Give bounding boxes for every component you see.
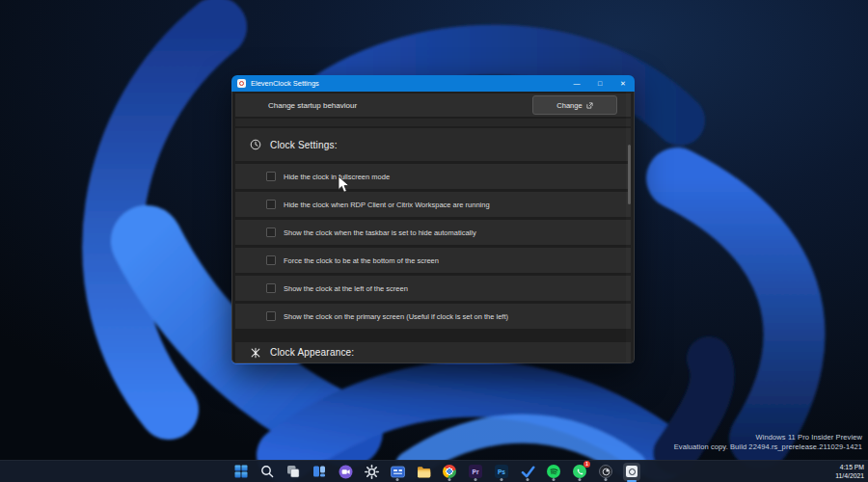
- task-view-icon: [286, 465, 300, 478]
- change-startup-button[interactable]: Change: [532, 95, 617, 115]
- option-hide-rdp-citrix[interactable]: Hide the clock when RDP Client or Citrix…: [235, 192, 631, 217]
- option-label: Show the clock when the taskbar is set t…: [284, 228, 476, 237]
- whatsapp-button[interactable]: 1: [571, 461, 588, 482]
- taskbar: Pr Ps: [0, 460, 868, 482]
- change-button-label: Change: [556, 101, 582, 110]
- scrollbar-thumb[interactable]: [628, 145, 631, 204]
- watermark-line2: Evaluation copy. Build 22494.rs_prerelea…: [674, 442, 862, 452]
- taskbar-icon-group: Pr Ps: [232, 461, 640, 482]
- photoshop-button[interactable]: Ps: [493, 461, 510, 482]
- checkbox[interactable]: [266, 311, 276, 321]
- option-primary-screen[interactable]: Show the clock on the primary screen (Us…: [235, 304, 631, 329]
- mouse-cursor: [338, 175, 350, 194]
- gear-icon: [365, 465, 379, 479]
- elevenclock-app-icon: [237, 79, 246, 88]
- close-button[interactable]: ✕: [611, 75, 635, 92]
- windows-start-icon: [234, 465, 248, 478]
- window-title: ElevenClock Settings: [251, 79, 319, 88]
- elevenclock-icon: [626, 466, 637, 477]
- startup-behaviour-label: Change startup behaviour: [268, 101, 357, 110]
- clock-settings-title: Clock Settings:: [270, 140, 338, 150]
- window-controls: — □ ✕: [565, 75, 635, 92]
- whatsapp-notification-badge: 1: [583, 461, 590, 468]
- spotify-icon: [547, 465, 560, 478]
- option-force-bottom[interactable]: Force the clock to be at the bottom of t…: [235, 248, 631, 273]
- external-link-icon: [586, 102, 593, 109]
- chrome-button[interactable]: [441, 461, 458, 482]
- paintbrush-icon: [250, 347, 261, 359]
- previous-section-edge: [235, 119, 631, 126]
- video-camera-icon: [339, 465, 353, 479]
- checkbox[interactable]: [266, 200, 276, 209]
- option-label: Hide the clock when RDP Client or Citrix…: [284, 201, 490, 209]
- clock-icon: [250, 139, 261, 150]
- watermark-line1: Windows 11 Pro Insider Preview: [674, 433, 862, 442]
- settings-button[interactable]: [363, 461, 380, 482]
- minimize-button[interactable]: —: [565, 75, 588, 92]
- insider-watermark: Windows 11 Pro Insider Preview Evaluatio…: [674, 433, 862, 452]
- taskbar-clock[interactable]: 4:15 PM 11/4/2021: [835, 463, 864, 480]
- task-view-button[interactable]: [285, 461, 302, 482]
- startup-behaviour-row: Change startup behaviour Change: [235, 94, 631, 117]
- option-show-autohide[interactable]: Show the clock when the taskbar is set t…: [235, 220, 631, 245]
- chrome-icon: [443, 465, 456, 478]
- widgets-icon: [312, 465, 326, 478]
- active-window-indicator: [627, 480, 637, 482]
- elevenclock-taskbar-button[interactable]: [623, 463, 640, 481]
- checkbox[interactable]: [266, 228, 276, 237]
- checkmark-icon: [521, 465, 535, 479]
- search-button[interactable]: [258, 461, 276, 482]
- elevenclock-settings-window: ElevenClock Settings — □ ✕ Change startu…: [231, 75, 635, 364]
- maximize-button[interactable]: □: [588, 75, 611, 92]
- window-titlebar[interactable]: ElevenClock Settings — □ ✕: [231, 75, 635, 92]
- clock-appearance-title: Clock Appearance:: [270, 347, 354, 358]
- option-show-left[interactable]: Show the clock at the left of the screen: [235, 276, 631, 301]
- checkbox[interactable]: [266, 172, 276, 181]
- start-button[interactable]: [232, 461, 250, 482]
- search-icon: [260, 465, 274, 478]
- video-call-app-button[interactable]: [337, 461, 354, 482]
- option-label: Show the clock at the left of the screen: [284, 284, 408, 293]
- clock-time: 4:15 PM: [835, 463, 864, 471]
- clock-appearance-header: Clock Appearance:: [235, 342, 631, 363]
- option-label: Force the clock to be at the bottom of t…: [284, 256, 439, 265]
- premiere-pro-icon: Pr: [469, 465, 482, 478]
- widgets-button[interactable]: [311, 461, 328, 482]
- file-explorer-button[interactable]: [415, 461, 432, 482]
- clock-settings-header: Clock Settings:: [235, 128, 631, 161]
- window-content: Change startup behaviour Change Clock Se…: [231, 92, 635, 363]
- media-player-icon: [391, 466, 405, 478]
- checkbox[interactable]: [266, 255, 276, 265]
- folder-icon: [417, 466, 431, 478]
- option-label: Show the clock on the primary screen (Us…: [284, 312, 508, 321]
- scrollbar-track[interactable]: [626, 92, 633, 362]
- obs-studio-icon: [599, 465, 612, 478]
- premiere-pro-button[interactable]: Pr: [467, 461, 484, 482]
- photoshop-icon: Ps: [495, 465, 508, 478]
- spotify-button[interactable]: [545, 461, 562, 482]
- clock-date: 11/4/2021: [835, 471, 864, 480]
- checkbox[interactable]: [266, 283, 276, 293]
- obs-studio-button[interactable]: [597, 461, 614, 482]
- option-hide-fullscreen[interactable]: Hide the clock in fullscreen mode: [235, 164, 631, 189]
- todo-app-button[interactable]: [519, 461, 536, 482]
- media-player-button[interactable]: [389, 461, 406, 482]
